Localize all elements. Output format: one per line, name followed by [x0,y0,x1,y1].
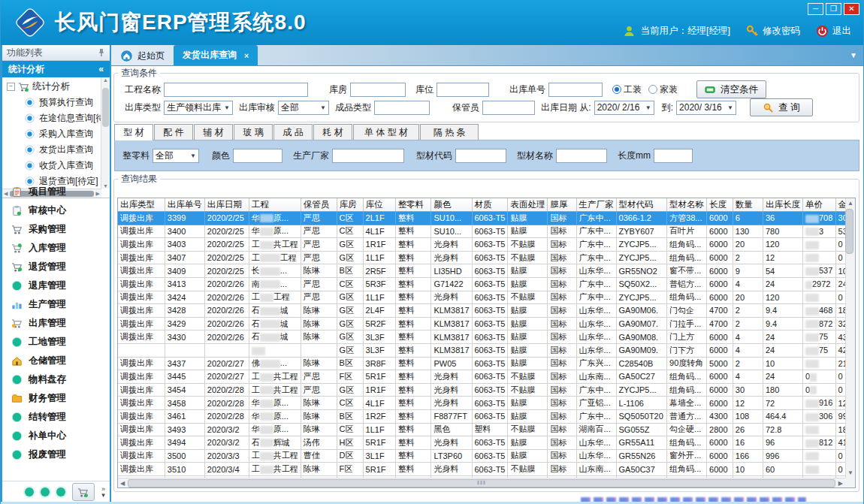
stats-group-header[interactable]: 统计分析 « [2,61,110,77]
sidebar-menu-item[interactable]: 项目管理 [2,183,110,201]
material-tab[interactable]: 成 品 [273,124,313,140]
table-row[interactable]: 调拨出库34032020/2/25工共工程严思G区1R1F整料光身料6063-T… [118,238,855,252]
cart-footer-button[interactable] [72,483,95,501]
table-row[interactable]: 调拨出库35002020/3/3工共工程曹佳D区3L1F整料LT3P606063… [118,449,855,463]
clear-conditions-button[interactable]: 清空条件 [696,80,766,98]
table-row[interactable]: G区3L3F整料KLM38176063-T5贴膜国标山东华...GA90M09.… [118,343,855,357]
sidebar-menu-item[interactable]: 物料盘存 [2,370,110,389]
close-button[interactable]: ✕ [844,3,859,15]
order-no-input[interactable] [548,83,603,97]
material-tab[interactable]: 辅 材 [194,124,233,140]
sidebar-menu-item[interactable]: 报废管理 [2,445,110,464]
column-header[interactable]: 出库单号 [165,198,204,212]
search-button[interactable]: 查 询 [750,98,812,116]
collapse-icon[interactable]: « [98,61,104,77]
column-header[interactable]: 颜色 [431,198,472,212]
tree-item[interactable]: 在途信息查询[待 [2,110,110,126]
sidebar-menu-item[interactable]: 入库管理 [2,239,110,258]
whole-piece-select[interactable]: 全部▼ [153,149,199,163]
date-to-picker[interactable]: 2020/ 3/16▼ [676,101,736,115]
sidebar-menu-item[interactable]: 退货管理 [2,258,110,276]
column-header[interactable]: 型材代码 [616,198,667,212]
sidebar-menu-item[interactable]: 出库管理 [2,314,110,333]
sidebar-menu-item[interactable]: 结转管理 [2,408,110,427]
radio-jiazhuang[interactable]: 家装 [648,83,678,96]
change-password-button[interactable]: 修改密码 [746,25,800,38]
radio-gongzhuang[interactable]: 工装 [612,83,642,96]
table-row[interactable]: 调拨出库34132020/2/26南...严思C区5R3F整料G71422606… [118,277,855,291]
column-header[interactable]: 表面处理 [508,198,548,212]
column-header[interactable]: 库房 [337,198,363,212]
profile-code-input[interactable] [455,149,506,163]
mini-dot-icon[interactable] [41,487,50,496]
column-header[interactable]: 单价 [802,198,835,212]
more-buttons-chevron[interactable]: »▾ [101,486,105,498]
mini-dot-icon[interactable] [56,487,65,496]
sidebar-menu-item[interactable]: 生产管理 [2,295,110,314]
table-row[interactable]: 调拨出库34582020/2/28华原...陈琳C区4L1F整料光身料6063-… [118,397,855,410]
outbound-type-select[interactable]: 生产领料出库▼ [164,101,233,115]
tab-home[interactable]: 起始页 [111,47,174,65]
column-header[interactable]: 数量 [733,198,763,212]
profile-name-input[interactable] [556,149,607,163]
keeper-input[interactable] [482,101,535,115]
logout-button[interactable]: 退出 [816,25,851,38]
table-row[interactable]: 调拨出库34542020/2/28工共工程严思G区1R1F整料光身料6063-T… [118,383,855,397]
table-row[interactable]: 调拨出库34612020/2/28华原...陈琳B区1R2F整料F8877FT6… [118,409,855,423]
table-row[interactable]: 调拨出库34242020/2/26工工程严思G区1L1F整料光身料6063-T5… [118,291,855,304]
table-row[interactable]: 调拨出库34282020/2/26石城陈琳G区2L4F整料KLM38176063… [118,304,855,318]
column-header[interactable]: 库位 [363,198,395,212]
tree-item[interactable]: 预算执行查询 [2,95,110,110]
material-tab[interactable]: 隔 热 条 [420,124,479,140]
tree-root[interactable]: − 统计分析 [2,77,110,95]
table-row[interactable]: 调拨出库34932020/3/2华原...陈琳C区1L1F整料黑色塑料不贴膜国标… [118,423,855,436]
table-row[interactable]: 调拨出库34372020/2/27佛...陈琳B区3R8F整料PW056063-… [118,357,855,370]
table-row[interactable]: 调拨出库33992020/2/25华原...严思C区2L1F整料SU10...6… [118,212,855,225]
horizontal-scrollbar[interactable]: ◀⦀⦀⦀▶ [118,478,845,487]
date-from-picker[interactable]: 2020/ 2/16▼ [594,101,654,115]
manufacturer-input[interactable] [332,149,404,163]
column-header[interactable]: 工程 [249,198,301,212]
table-row[interactable]: 调拨出库34072020/2/25工工程严思G区1L1F整料光身料6063-T5… [118,251,855,264]
pin-icon[interactable] [98,48,105,57]
sidebar-menu-item[interactable]: 工地管理 [2,333,110,352]
column-header[interactable]: 整零料 [395,198,431,212]
column-header[interactable]: 出库长度 [763,198,802,212]
material-tab[interactable]: 配 件 [154,124,193,140]
table-row[interactable]: 调拨出库34302020/2/26石城陈琳G区3L3F整料KLM38176063… [118,330,855,344]
color-input[interactable] [233,149,282,163]
tree-item[interactable]: 收货入库查询 [2,158,110,174]
sidebar-menu-item[interactable]: 审核中心 [2,201,110,220]
table-row[interactable]: 调拨出库34002020/2/25华原...严思C区4L1F整料SU10...6… [118,225,855,238]
warehouse-input[interactable] [350,83,406,97]
column-header[interactable]: 型材名称 [667,198,707,212]
length-input[interactable] [654,149,693,163]
table-row[interactable]: 调拨出库34942020/3/2石辉城汤伟H区5R1F整料光身料6063-T5贴… [118,436,855,450]
tab-shipping-outbound-query[interactable]: 发货出库查询 × [174,45,258,65]
column-header[interactable]: 膜厚 [548,198,576,212]
mini-dot-icon[interactable] [25,487,34,496]
expander-icon[interactable]: − [7,83,15,91]
tab-close-icon[interactable]: × [244,51,249,60]
minimize-button[interactable]: ─ [808,3,823,15]
material-tab[interactable]: 耗 材 [313,124,352,140]
column-header[interactable]: 生产厂家 [576,198,616,212]
sidebar-menu-item[interactable]: 仓储管理 [2,352,110,370]
material-tab[interactable]: 型 材 [114,124,153,140]
tree-item[interactable]: 采购入库查询 [2,126,110,142]
location-input[interactable] [437,83,489,97]
tree-item[interactable]: 发货出库查询 [2,142,110,158]
horizontal-scroll-thumb[interactable]: ⦀⦀⦀ [128,479,835,487]
sidebar-menu-item[interactable]: 采购管理 [2,220,110,239]
sidebar-menu-item[interactable]: 退库管理 [2,276,110,295]
material-tab[interactable]: 玻 璃 [234,124,273,140]
table-row[interactable]: 调拨出库34092020/2/25长...陈琳B区2R5F整料LI35HD606… [118,264,855,278]
sidebar-menu-item[interactable]: 财务管理 [2,389,110,408]
column-header[interactable]: 长度 [707,198,733,212]
vertical-scroll-thumb[interactable] [845,209,853,254]
maximize-button[interactable]: ❐ [826,3,841,15]
product-type-input[interactable] [374,101,430,115]
column-header[interactable]: 保管员 [301,198,337,212]
table-row[interactable]: 调拨出库35102020/3/4工共工程陈琳F区5R1F整料光身料6063-T5… [118,463,855,476]
table-row[interactable]: 调拨出库34292020/2/26石城陈琳G区5R2F整料KLM38176063… [118,317,855,330]
